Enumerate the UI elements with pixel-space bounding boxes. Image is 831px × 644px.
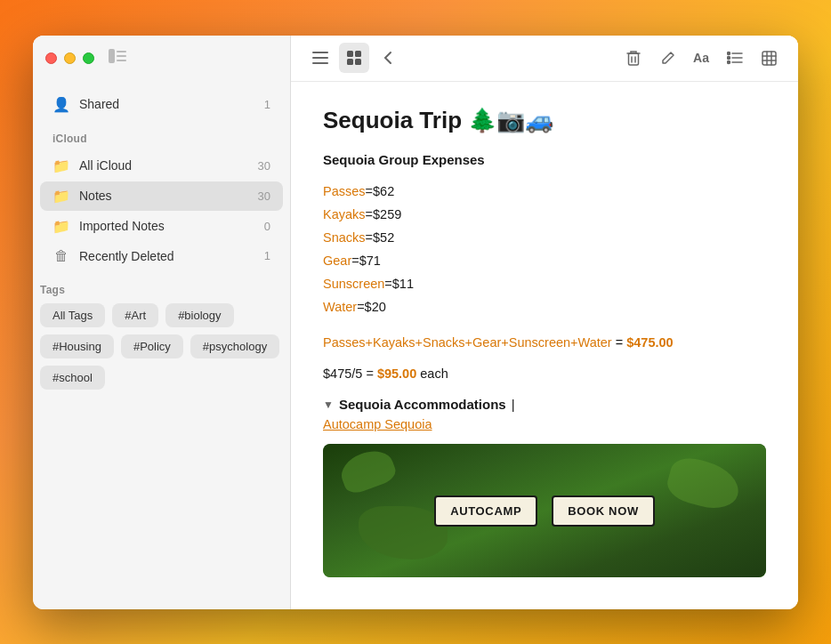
expense-label-passes: Passes <box>323 184 366 198</box>
total-amount: $475.00 <box>626 335 673 350</box>
svg-point-15 <box>728 57 730 60</box>
svg-point-16 <box>728 61 730 64</box>
toolbar: Aa <box>291 36 798 82</box>
svg-rect-5 <box>312 57 328 59</box>
tag-housing[interactable]: #Housing <box>40 334 114 358</box>
expense-water: Water=$20 <box>323 295 766 318</box>
list-view-button[interactable] <box>305 43 335 73</box>
expense-value-passes: =$62 <box>366 184 395 198</box>
expense-passes: Passes=$62 <box>323 180 766 203</box>
svg-rect-4 <box>312 52 328 53</box>
expense-gear: Gear=$71 <box>323 249 766 272</box>
sidebar-item-notes[interactable]: 📁 Notes 30 <box>40 181 283 211</box>
svg-rect-1 <box>117 51 126 52</box>
all-icloud-count: 30 <box>258 159 270 173</box>
expense-value-gear: =$71 <box>351 254 381 268</box>
cursor-indicator: | <box>512 397 515 412</box>
sidebar-item-imported[interactable]: 📁 Imported Notes 0 <box>40 212 283 241</box>
app-window: 👤 Shared 1 iCloud 📁 All iCloud 30 📁 Note… <box>33 36 798 609</box>
tag-all-tags[interactable]: All Tags <box>40 303 105 327</box>
expense-label-sunscreen: Sunscreen <box>323 277 384 291</box>
note-subtitle: Sequoia Group Expenses <box>323 152 766 167</box>
tags-grid: All Tags #Art #biology #Housing #Policy … <box>33 303 290 390</box>
icloud-header: iCloud <box>33 120 290 150</box>
tag-art[interactable]: #Art <box>112 303 158 327</box>
table-button[interactable] <box>754 43 784 73</box>
notes-label: Notes <box>79 189 249 203</box>
tag-school[interactable]: #school <box>40 366 105 390</box>
maximize-button[interactable] <box>83 52 94 64</box>
expense-kayaks: Kayaks=$259 <box>323 203 766 226</box>
expense-label-water: Water <box>323 300 357 314</box>
svg-point-14 <box>728 52 730 55</box>
total-formula-text: Passes+Kayaks+Snacks+Gear+Sunscreen+Wate… <box>323 335 612 350</box>
note-title: Sequoia Trip 🌲📷🚙 <box>323 107 766 134</box>
folder-icon-imported: 📁 <box>52 218 70 235</box>
font-button[interactable]: Aa <box>686 43 716 73</box>
folder-icon: 📁 <box>52 157 70 174</box>
minimize-button[interactable] <box>64 52 76 64</box>
expense-sunscreen: Sunscreen=$11 <box>323 272 766 295</box>
division-text: $475/5 = <box>323 366 377 381</box>
per-person-suffix: each <box>420 366 448 381</box>
checklist-button[interactable] <box>720 43 750 73</box>
per-person-amount: $95.00 <box>377 366 416 381</box>
close-button[interactable] <box>45 52 57 64</box>
tag-psychology[interactable]: #psychology <box>190 334 279 358</box>
note-editor[interactable]: Sequoia Trip 🌲📷🚙 Sequoia Group Expenses … <box>291 82 798 609</box>
expense-total-line: Passes+Kayaks+Snacks+Gear+Sunscreen+Wate… <box>323 331 766 354</box>
expense-value-snacks: =$52 <box>366 230 395 245</box>
imported-label: Imported Notes <box>79 219 255 233</box>
shared-label: Shared <box>79 97 255 111</box>
accommodations-section: ▼ Sequoia Accommodations| <box>323 397 766 412</box>
grid-view-button[interactable] <box>339 43 369 73</box>
tag-biology[interactable]: #biology <box>165 303 233 327</box>
sidebar-toggle[interactable] <box>109 49 126 68</box>
sidebar-item-recently-deleted[interactable]: 🗑 Recently Deleted 1 <box>40 242 283 270</box>
svg-rect-9 <box>347 59 353 65</box>
tag-policy[interactable]: #Policy <box>121 334 183 358</box>
delete-button[interactable] <box>618 43 649 73</box>
svg-rect-6 <box>312 62 328 64</box>
autocamp-link[interactable]: Autocamp Sequoia <box>323 417 766 431</box>
imported-count: 0 <box>264 220 270 233</box>
trash-icon: 🗑 <box>52 248 70 264</box>
expense-value-sunscreen: =$11 <box>384 277 414 291</box>
svg-rect-2 <box>117 55 126 57</box>
book-now-button[interactable]: BOOK NOW <box>552 495 655 527</box>
recently-deleted-count: 1 <box>264 249 270 262</box>
collapse-arrow-icon[interactable]: ▼ <box>323 398 334 411</box>
expense-value-water: =$20 <box>357 300 386 314</box>
shared-count: 1 <box>264 98 270 111</box>
sidebar: 👤 Shared 1 iCloud 📁 All iCloud 30 📁 Note… <box>33 36 291 609</box>
expense-value-kayaks: =$259 <box>366 207 402 221</box>
svg-rect-0 <box>109 49 115 63</box>
notes-count: 30 <box>258 189 270 203</box>
titlebar <box>33 36 290 82</box>
svg-rect-10 <box>355 59 361 65</box>
all-icloud-label: All iCloud <box>79 158 249 173</box>
tags-header: Tags <box>33 271 290 303</box>
expense-label-gear: Gear <box>323 254 351 268</box>
back-button[interactable] <box>373 43 403 73</box>
svg-rect-8 <box>355 51 361 57</box>
expense-snacks: Snacks=$52 <box>323 226 766 249</box>
total-equals: = <box>616 335 627 350</box>
expense-label-snacks: Snacks <box>323 230 366 245</box>
sidebar-item-all-icloud[interactable]: 📁 All iCloud 30 <box>40 151 283 181</box>
autocamp-button[interactable]: AUTOCAMP <box>434 495 537 527</box>
recently-deleted-label: Recently Deleted <box>79 249 255 263</box>
folder-icon-notes: 📁 <box>52 188 70 205</box>
svg-rect-3 <box>117 60 126 61</box>
svg-rect-7 <box>347 51 353 57</box>
toolbar-right: Aa <box>618 43 784 73</box>
main-content: Aa <box>291 36 798 609</box>
svg-rect-11 <box>629 53 639 65</box>
division-line: $475/5 = $95.00 each <box>323 366 766 381</box>
shared-icon: 👤 <box>52 96 70 113</box>
accommodations-title: Sequoia Accommodations <box>339 397 506 412</box>
sidebar-content: 👤 Shared 1 iCloud 📁 All iCloud 30 📁 Note… <box>33 82 290 609</box>
svg-rect-20 <box>762 52 776 65</box>
sidebar-item-shared[interactable]: 👤 Shared 1 <box>40 90 283 119</box>
compose-button[interactable] <box>652 43 682 73</box>
